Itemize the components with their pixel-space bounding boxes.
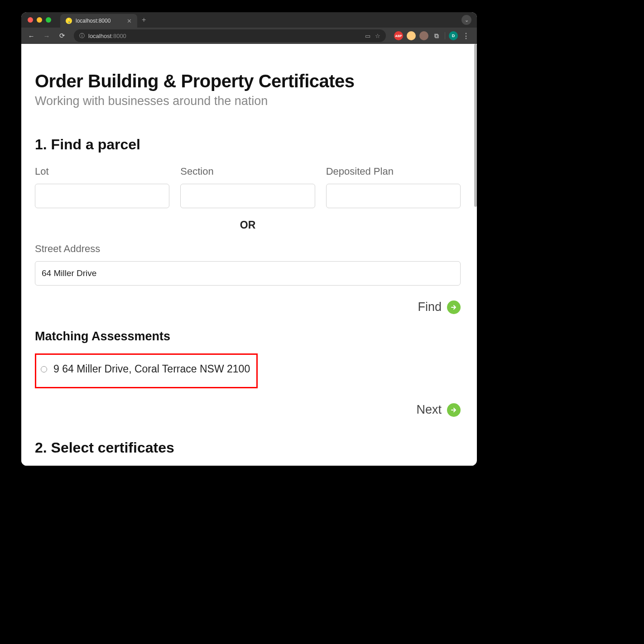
reload-button[interactable]: ⟳ (56, 29, 68, 42)
minimize-window-button[interactable] (37, 17, 42, 23)
find-label: Find (418, 300, 442, 314)
lot-input[interactable] (35, 184, 169, 208)
extension-3-icon[interactable] (419, 31, 428, 40)
address-bar[interactable]: ⓘ localhost:8000 ▭ ☆ (74, 29, 386, 42)
page-subtitle: Working with businesses around the natio… (35, 94, 461, 108)
browser-tab[interactable]: 💡 localhost:8000 ✕ (60, 14, 137, 28)
extensions: ABP ⧉ D ⋮ (391, 31, 473, 40)
close-window-button[interactable] (28, 17, 33, 23)
extension-abp-icon[interactable]: ABP (394, 31, 403, 40)
toolbar: ← → ⟳ ⓘ localhost:8000 ▭ ☆ ABP ⧉ D ⋮ (21, 28, 477, 44)
street-address-label: Street Address (35, 243, 461, 255)
maximize-window-button[interactable] (46, 17, 51, 23)
radio-icon[interactable] (41, 366, 47, 372)
profile-avatar[interactable]: D (449, 31, 458, 40)
page-content: Order Building & Property Certificates W… (21, 44, 474, 466)
traffic-lights (25, 17, 51, 23)
browser-window: 💡 localhost:8000 ✕ + ⌄ ← → ⟳ ⓘ localhost… (21, 12, 477, 466)
tab-favicon: 💡 (66, 18, 72, 24)
page-title: Order Building & Property Certificates (35, 71, 461, 91)
or-divider: OR (35, 219, 461, 231)
url-port: :8000 (111, 33, 126, 39)
next-action[interactable]: Next (35, 403, 461, 417)
browser-menu-icon[interactable]: ⋮ (461, 31, 471, 40)
install-app-icon[interactable]: ▭ (365, 33, 370, 39)
parcel-row: Lot Section Deposited Plan (35, 166, 461, 208)
new-tab-button[interactable]: + (142, 16, 146, 24)
titlebar: 💡 localhost:8000 ✕ + ⌄ (21, 12, 477, 28)
section-2-title: 2. Select certificates (35, 439, 461, 456)
tab-close-icon[interactable]: ✕ (127, 18, 132, 24)
forward-button[interactable]: → (40, 29, 53, 42)
arrow-right-icon (447, 403, 461, 417)
street-address-input[interactable] (35, 261, 461, 286)
matching-assessments-title: Matching Assessments (35, 329, 461, 343)
assessment-text: 9 64 Miller Drive, Coral Terrace NSW 210… (53, 363, 250, 375)
section-label: Section (180, 166, 315, 177)
deposited-plan-input[interactable] (326, 184, 461, 208)
section-input[interactable] (180, 184, 315, 208)
find-action[interactable]: Find (35, 300, 461, 314)
extensions-menu-icon[interactable]: ⧉ (432, 31, 441, 40)
arrow-right-icon (447, 301, 461, 314)
tabs-dropdown-button[interactable]: ⌄ (461, 15, 471, 25)
tab-title: localhost:8000 (76, 18, 123, 24)
extension-2-icon[interactable] (407, 31, 416, 40)
deposited-plan-label: Deposited Plan (326, 166, 461, 177)
url-host: localhost (88, 33, 111, 39)
separator (445, 32, 445, 39)
lot-label: Lot (35, 166, 169, 177)
section-1-title: 1. Find a parcel (35, 136, 461, 153)
assessment-option[interactable]: 9 64 Miller Drive, Coral Terrace NSW 210… (41, 363, 252, 375)
next-label: Next (416, 403, 442, 417)
back-button[interactable]: ← (25, 29, 38, 42)
bookmark-icon[interactable]: ☆ (375, 33, 380, 39)
site-info-icon[interactable]: ⓘ (79, 32, 85, 40)
assessment-highlight: 9 64 Miller Drive, Coral Terrace NSW 210… (35, 353, 258, 388)
scrollbar[interactable] (474, 44, 477, 207)
